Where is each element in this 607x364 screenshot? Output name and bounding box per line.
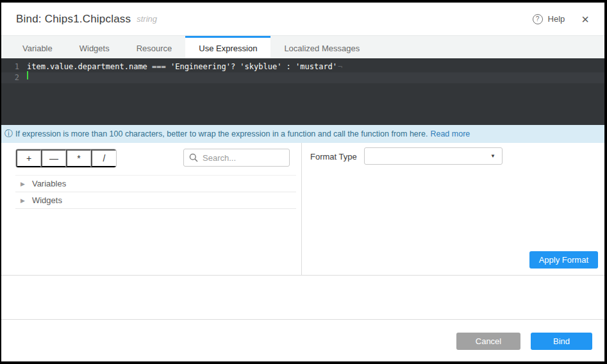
plus-operator-button[interactable]: + — [16, 149, 41, 167]
help-icon[interactable]: ? — [533, 14, 543, 24]
tab-label: Widgets — [79, 44, 110, 53]
tree-item-widgets[interactable]: ▶ Widgets — [15, 192, 296, 209]
close-icon[interactable]: × — [581, 13, 589, 26]
chevron-right-icon: ▶ — [21, 181, 25, 187]
binding-source-tree: ▶ Variables ▶ Widgets — [15, 175, 296, 209]
line-number: 2 — [1, 72, 27, 83]
help-link[interactable]: Help — [548, 14, 565, 24]
tab-use-expression[interactable]: Use Expression — [185, 36, 270, 58]
multiply-operator-button[interactable]: * — [66, 149, 91, 167]
bind-dialog: Bind: Chips1.Chipclass string ? Help × V… — [1, 3, 604, 361]
search-box — [183, 149, 290, 167]
code-line-2: 2 — [1, 72, 604, 83]
apply-format-button[interactable]: Apply Format — [529, 251, 598, 269]
format-type-dropdown[interactable]: ▼ — [364, 147, 503, 165]
search-input[interactable] — [203, 153, 284, 163]
tab-label: Variable — [22, 44, 53, 53]
tab-variable[interactable]: Variable — [9, 36, 66, 58]
line-number: 1 — [1, 62, 27, 72]
operator-button-group: + — * / — [15, 149, 117, 168]
text-cursor — [27, 71, 28, 79]
tree-item-label: Variables — [32, 179, 66, 188]
chevron-right-icon: ▶ — [21, 197, 25, 204]
dialog-footer: Cancel Bind — [1, 320, 604, 361]
tab-bar: Variable Widgets Resource Use Expression… — [1, 35, 604, 58]
tab-label: Resource — [137, 44, 172, 53]
tab-label: Localized Messages — [284, 44, 360, 53]
format-type-label: Format Type — [310, 152, 357, 161]
search-icon — [189, 153, 198, 162]
expression-code-editor[interactable]: 1 item.value.department.name === 'Engine… — [1, 58, 604, 125]
header-actions: ? Help × — [533, 13, 589, 26]
bind-button[interactable]: Bind — [531, 333, 592, 350]
expression-text: item.value.department.name === 'Engineer… — [27, 62, 337, 72]
dialog-header: Bind: Chips1.Chipclass string ? Help × — [1, 3, 604, 35]
tree-item-variables[interactable]: ▶ Variables — [15, 176, 296, 192]
tree-item-label: Widgets — [32, 195, 62, 205]
dialog-title: Bind: Chips1.Chipclass — [16, 13, 131, 26]
info-text: If expression is more than 100 character… — [15, 129, 428, 138]
dropdown-arrow-icon: ▼ — [490, 153, 495, 159]
property-type-hint: string — [137, 14, 157, 24]
code-line-1: 1 item.value.department.name === 'Engine… — [1, 62, 604, 72]
tab-label: Use Expression — [199, 44, 257, 53]
tab-widgets[interactable]: Widgets — [66, 36, 123, 58]
info-icon: ⓘ — [4, 128, 13, 140]
cancel-button[interactable]: Cancel — [456, 333, 520, 350]
tab-resource[interactable]: Resource — [123, 36, 186, 58]
expression-builder-panel: + — * / ▶ Variables — [1, 143, 302, 275]
expression-info-bar: ⓘ If expression is more than 100 charact… — [1, 125, 604, 143]
minus-operator-button[interactable]: — — [41, 149, 66, 167]
tab-localized-messages[interactable]: Localized Messages — [270, 36, 373, 58]
divide-operator-button[interactable]: / — [91, 149, 116, 167]
format-panel: Format Type ▼ Apply Format — [302, 143, 604, 275]
read-more-link[interactable]: Read more — [430, 129, 470, 138]
bottom-spacer — [1, 276, 604, 320]
eol-marker: ¬ — [338, 62, 342, 72]
main-panels: + — * / ▶ Variables — [1, 143, 604, 276]
